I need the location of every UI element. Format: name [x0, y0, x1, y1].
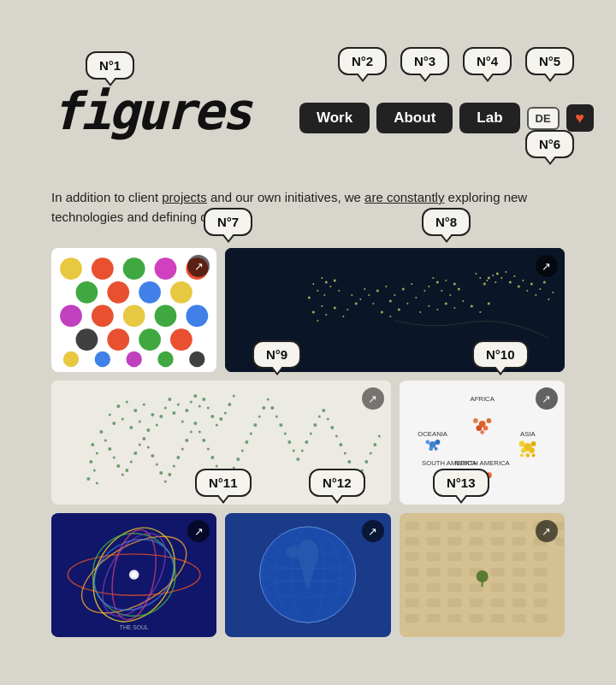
svg-point-33: [476, 273, 477, 275]
svg-point-118: [198, 405, 201, 408]
svg-point-123: [219, 417, 222, 421]
svg-point-69: [412, 283, 413, 285]
svg-point-109: [159, 415, 163, 418]
svg-point-136: [139, 444, 141, 446]
svg-point-93: [543, 281, 546, 284]
svg-rect-254: [405, 522, 418, 530]
svg-point-211: [429, 446, 433, 451]
svg-point-76: [398, 309, 400, 311]
svg-rect-264: [447, 537, 461, 546]
svg-rect-296: [512, 599, 525, 607]
grid-item-globe[interactable]: ↗: [225, 513, 390, 637]
svg-point-22: [189, 351, 204, 367]
svg-point-37: [446, 280, 447, 281]
svg-point-54: [325, 281, 328, 284]
svg-point-114: [181, 421, 184, 423]
svg-point-104: [121, 418, 124, 421]
svg-rect-295: [490, 599, 504, 607]
svg-point-47: [463, 300, 465, 302]
svg-point-160: [241, 450, 244, 452]
svg-point-139: [151, 454, 154, 458]
svg-point-32: [506, 271, 507, 273]
svg-point-46: [454, 307, 456, 309]
svg-point-173: [296, 458, 299, 461]
svg-point-132: [121, 474, 124, 476]
nav-work[interactable]: Work: [299, 103, 370, 133]
svg-point-10: [92, 305, 114, 328]
svg-point-145: [176, 456, 180, 459]
svg-point-218: [529, 447, 535, 453]
svg-point-66: [394, 294, 396, 296]
svg-point-29: [495, 281, 497, 283]
svg-point-176: [310, 433, 312, 435]
svg-point-11: [123, 305, 145, 328]
svg-point-85: [312, 311, 315, 314]
svg-point-100: [143, 404, 145, 406]
svg-rect-297: [533, 599, 547, 607]
ext-icon-4[interactable]: ↗: [536, 387, 558, 410]
svg-rect-276: [533, 552, 547, 561]
svg-point-90: [530, 283, 533, 286]
svg-point-98: [126, 401, 128, 404]
svg-rect-283: [533, 568, 547, 576]
ext-icon-6[interactable]: ↗: [362, 520, 384, 542]
svg-rect-270: [405, 552, 418, 561]
svg-point-91: [536, 294, 537, 296]
svg-point-75: [347, 309, 349, 310]
logo[interactable]: figures: [51, 86, 250, 137]
svg-point-52: [488, 303, 490, 305]
bubble-n12: N°12: [309, 469, 365, 497]
svg-text:OCEANIA: OCEANIA: [418, 430, 448, 438]
svg-point-198: [378, 435, 381, 438]
nav-about[interactable]: About: [376, 103, 453, 133]
svg-point-39: [453, 283, 456, 286]
svg-point-107: [146, 428, 150, 432]
svg-text:ASIA: ASIA: [520, 430, 536, 438]
svg-point-196: [370, 452, 372, 455]
svg-point-88: [523, 280, 524, 281]
svg-point-209: [425, 440, 429, 445]
svg-point-62: [308, 297, 311, 299]
bubble-n2: N°2: [338, 47, 387, 75]
svg-rect-282: [512, 568, 525, 576]
svg-rect-256: [447, 522, 461, 530]
svg-point-86: [322, 305, 323, 307]
svg-point-191: [86, 477, 90, 481]
svg-point-36: [436, 281, 439, 284]
bubble-n6: N°6: [525, 130, 574, 158]
ext-icon-2[interactable]: ↗: [536, 255, 558, 277]
svg-point-122: [216, 424, 218, 427]
svg-point-188: [96, 452, 98, 455]
bubble-n11: N°11: [195, 469, 252, 497]
svg-point-99: [133, 409, 137, 412]
svg-rect-267: [512, 537, 525, 546]
ext-icon-3[interactable]: ↗: [362, 387, 384, 410]
nav-lang[interactable]: DE: [527, 107, 560, 130]
svg-point-189: [89, 460, 92, 464]
svg-point-190: [93, 469, 96, 472]
svg-point-77: [407, 303, 409, 304]
grid-item-dots[interactable]: ↗: [51, 248, 216, 372]
svg-point-131: [116, 464, 120, 468]
svg-point-34: [509, 281, 512, 284]
svg-point-163: [253, 423, 257, 427]
svg-rect-304: [533, 614, 547, 623]
svg-rect-274: [490, 552, 504, 561]
grid-item-swirls[interactable]: THE SOUL ↗: [51, 513, 216, 637]
svg-point-5: [76, 281, 98, 304]
svg-point-112: [177, 404, 180, 406]
grid-item-beige[interactable]: ↗: [400, 513, 565, 637]
svg-point-81: [343, 316, 345, 317]
ext-icon-7[interactable]: ↗: [536, 520, 558, 542]
portfolio-grid: ↗: [51, 248, 565, 637]
logo-text: figures: [51, 81, 250, 141]
svg-point-44: [424, 290, 426, 292]
svg-point-116: [190, 401, 192, 404]
nav-heart[interactable]: ♥: [566, 104, 594, 132]
svg-point-95: [553, 292, 554, 293]
nav-lab[interactable]: Lab: [459, 103, 519, 133]
svg-point-70: [389, 300, 392, 303]
svg-point-65: [369, 294, 370, 296]
svg-rect-292: [426, 599, 440, 607]
svg-point-59: [313, 283, 315, 285]
